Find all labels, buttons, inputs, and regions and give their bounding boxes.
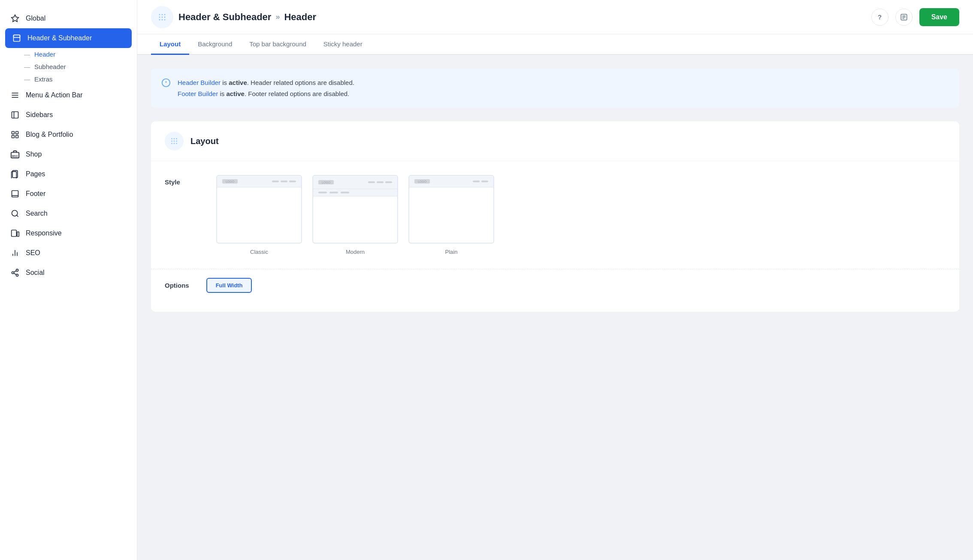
pill-full-width[interactable]: Full Width (206, 278, 252, 293)
pages-icon (10, 169, 20, 179)
svg-line-28 (14, 273, 16, 274)
tab-layout[interactable]: Layout (151, 34, 189, 55)
sidebar-item-footer[interactable]: Footer (0, 184, 137, 204)
footer-icon (10, 189, 20, 199)
svg-marker-0 (12, 15, 19, 22)
options-pills: Full Width (206, 278, 252, 293)
sidebar-item-header-subheader[interactable]: Header & Subheader (5, 28, 132, 48)
sidebar-item-seo-label: SEO (26, 249, 40, 257)
sidebar-sub-extras[interactable]: — Extras (0, 73, 137, 85)
sidebar-item-global-label: Global (26, 15, 45, 22)
section-header: Layout (151, 121, 959, 161)
blog-icon (10, 130, 20, 139)
sidebar-item-menu-action-bar-label: Menu & Action Bar (26, 91, 83, 99)
main-content: Header & Subheader » Header ? Sav (137, 0, 973, 560)
shop-icon: WOO (10, 150, 20, 159)
style-options: LOGO Classic (216, 175, 494, 255)
tab-background[interactable]: Background (189, 34, 241, 55)
svg-point-52 (171, 143, 172, 144)
info-banner-text: Header Builder is active. Header related… (178, 77, 354, 99)
sidebar-item-social[interactable]: Social (0, 263, 137, 283)
header-builder-status: active (229, 79, 247, 86)
svg-rect-20 (12, 230, 17, 237)
help-icon: ? (878, 13, 882, 21)
info-banner: Header Builder is active. Header related… (151, 69, 959, 108)
section-grid-icon (165, 132, 184, 151)
svg-point-54 (176, 143, 177, 144)
preview-logo-modern: LOGO (318, 180, 334, 184)
save-button[interactable]: Save (919, 8, 959, 26)
style-option-classic[interactable]: LOGO Classic (216, 175, 302, 255)
responsive-icon (10, 229, 20, 238)
svg-point-46 (171, 138, 172, 139)
sidebar-item-pages-label: Pages (26, 170, 45, 178)
breadcrumb-area: Header & Subheader » Header (151, 6, 316, 28)
style-preview-modern: LOGO (312, 175, 398, 244)
svg-point-27 (16, 274, 18, 276)
svg-point-34 (162, 16, 163, 18)
sidebar-sub-header[interactable]: — Header (0, 48, 137, 60)
top-header: Header & Subheader » Header ? Sav (137, 0, 973, 34)
svg-point-36 (159, 19, 160, 20)
svg-point-48 (176, 138, 177, 139)
sidebar-item-global[interactable]: Global (0, 9, 137, 28)
tabs-bar: Layout Background Top bar background Sti… (137, 34, 973, 55)
svg-point-25 (16, 269, 18, 271)
style-name-modern: Modern (346, 249, 365, 255)
svg-rect-2 (14, 35, 20, 38)
sidebar-sub-subheader[interactable]: — Subheader (0, 60, 137, 73)
section-title: Layout (190, 136, 219, 146)
preview-logo-classic: LOGO (222, 179, 238, 184)
sidebar-item-blog-portfolio[interactable]: Blog & Portfolio (0, 125, 137, 145)
style-label: Style (165, 175, 199, 186)
footer-builder-link[interactable]: Footer Builder (178, 90, 218, 97)
svg-point-26 (12, 272, 14, 274)
sidebar-item-search[interactable]: Search (0, 204, 137, 223)
layout-icon (12, 33, 21, 43)
style-preview-classic: LOGO (216, 175, 302, 244)
options-section: Options Full Width (151, 269, 959, 312)
svg-point-33 (159, 16, 160, 18)
sidebar-item-responsive-label: Responsive (26, 229, 62, 237)
svg-rect-10 (12, 135, 15, 138)
content-area: Header Builder is active. Header related… (137, 55, 973, 560)
options-label: Options Full Width (165, 269, 946, 298)
breadcrumb-separator: » (275, 12, 280, 21)
footer-builder-status: active (226, 90, 245, 97)
svg-point-31 (162, 14, 163, 15)
social-icon (10, 268, 20, 277)
sidebar-item-seo[interactable]: SEO (0, 243, 137, 263)
sidebars-icon (10, 110, 20, 120)
style-name-plain: Plain (445, 249, 458, 255)
info-icon (161, 78, 171, 87)
breadcrumb-title: Header & Subheader » Header (178, 12, 316, 23)
svg-point-38 (164, 19, 166, 20)
style-option-plain[interactable]: LOGO Plain (408, 175, 494, 255)
svg-point-37 (162, 19, 163, 20)
svg-point-35 (164, 16, 166, 18)
tab-sticky-header[interactable]: Sticky header (315, 34, 371, 55)
svg-rect-16 (12, 191, 18, 197)
seo-icon (10, 248, 20, 258)
sidebar-item-shop[interactable]: WOO Shop (0, 145, 137, 164)
svg-point-53 (174, 143, 175, 144)
svg-point-51 (176, 141, 177, 142)
notes-icon-btn[interactable] (895, 9, 913, 26)
grid-icon-btn[interactable] (151, 6, 173, 28)
sidebar-item-header-subheader-label: Header & Subheader (27, 34, 92, 42)
sidebar-item-responsive[interactable]: Responsive (0, 223, 137, 243)
sidebar-item-pages[interactable]: Pages (0, 164, 137, 184)
sidebar-item-footer-label: Footer (26, 190, 45, 198)
sidebar-item-sidebars[interactable]: Sidebars (0, 105, 137, 125)
sidebar-item-menu-action-bar[interactable]: Menu & Action Bar (0, 85, 137, 105)
sidebar-item-blog-portfolio-label: Blog & Portfolio (26, 131, 73, 138)
help-icon-btn[interactable]: ? (871, 9, 888, 26)
menu-icon (10, 90, 20, 100)
svg-line-19 (17, 215, 18, 217)
style-option-modern[interactable]: LOGO (312, 175, 398, 255)
header-builder-link[interactable]: Header Builder (178, 79, 221, 86)
tab-top-bar-background[interactable]: Top bar background (241, 34, 315, 55)
search-icon (10, 209, 20, 218)
svg-rect-8 (12, 132, 15, 134)
style-section: Style LOGO (151, 161, 959, 269)
